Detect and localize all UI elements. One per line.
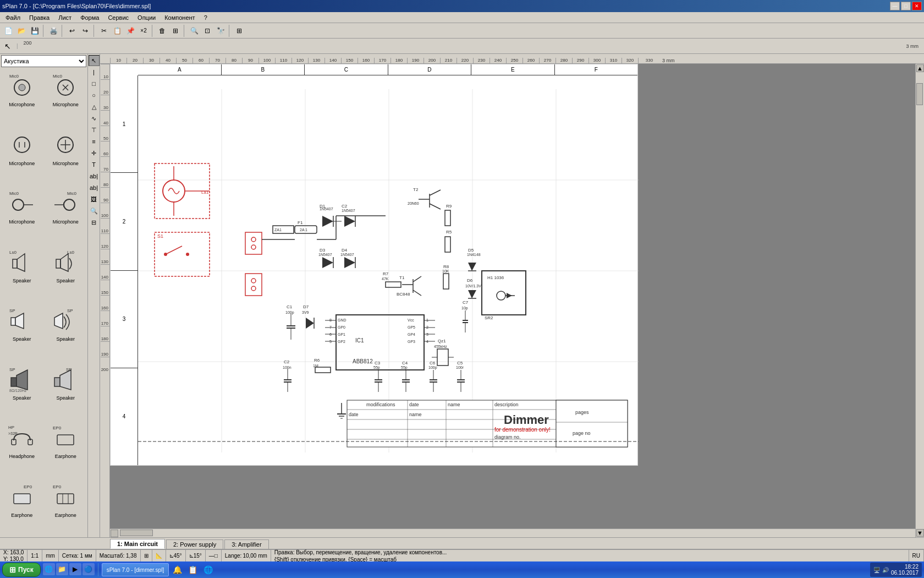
draw-measure[interactable]: ⊟ bbox=[89, 217, 100, 228]
delete-button[interactable]: 🗑 bbox=[156, 25, 168, 37]
component-mic6[interactable]: Mic0 Microphone bbox=[44, 186, 88, 244]
menu-edit[interactable]: Правка bbox=[25, 13, 54, 22]
component-earphone2[interactable]: EP0 Earphone bbox=[0, 479, 44, 538]
canvas-area[interactable]: 10 20 30 40 50 60 70 80 90 100 110 120 1… bbox=[100, 54, 924, 537]
menu-service[interactable]: Сервис bbox=[103, 13, 133, 22]
draw-cursor[interactable]: ↖ bbox=[89, 55, 100, 66]
draw-bus[interactable]: ≡ bbox=[89, 136, 100, 147]
component-spk5[interactable]: SP 8Ω/120Hz Speaker bbox=[0, 362, 44, 421]
explorer-icon[interactable]: 📁 bbox=[56, 563, 68, 575]
redo-button[interactable]: ↪ bbox=[79, 25, 91, 37]
draw-image[interactable]: 🖼 bbox=[89, 194, 100, 205]
undo-button[interactable]: ↩ bbox=[66, 25, 78, 37]
ruler-top: 10 20 30 40 50 60 70 80 90 100 110 120 1… bbox=[100, 54, 924, 64]
draw-bezier[interactable]: ∿ bbox=[89, 113, 100, 124]
scroll-left-btn[interactable] bbox=[111, 530, 118, 537]
status-bar: X: 163,0 Y: 130,0 1:1 mm Сетка: 1 мм Мас… bbox=[0, 549, 924, 561]
start-button[interactable]: ⊞ Пуск bbox=[2, 563, 41, 577]
category-dropdown[interactable]: Акустика Источники Резисторы bbox=[1, 55, 86, 67]
ie-icon[interactable]: 🌐 bbox=[43, 563, 55, 575]
select-button[interactable]: ⊞ bbox=[169, 25, 182, 37]
maximize-button[interactable]: □ bbox=[901, 2, 911, 10]
svg-rect-103 bbox=[443, 274, 449, 289]
menu-options[interactable]: Опции bbox=[133, 13, 160, 22]
player-icon[interactable]: ▶ bbox=[69, 563, 81, 575]
draw-rect[interactable]: □ bbox=[89, 78, 100, 89]
scale-label: 1:1 bbox=[31, 553, 38, 559]
component-mic3[interactable]: Microphone bbox=[0, 127, 44, 186]
splan-taskbar-app[interactable]: sPlan 7.0 - [dimmer.spl] bbox=[102, 563, 169, 576]
svg-rect-45 bbox=[14, 494, 30, 504]
draw-text2[interactable]: ab| bbox=[89, 171, 100, 182]
grid-button[interactable]: ⊞ bbox=[233, 25, 245, 37]
draw-zoom[interactable]: 🔍 bbox=[89, 205, 100, 216]
spk1-label: Speaker bbox=[13, 278, 31, 283]
svg-text:IC1: IC1 bbox=[355, 337, 364, 343]
print-button[interactable]: 🖨️ bbox=[47, 25, 59, 37]
scroll-down-btn[interactable]: ▼ bbox=[916, 529, 924, 537]
drawing-toolbar: ↖ | □ ○ △ ∿ ⊤ ≡ ✛ T ab| ab| 🖼 🔍 ⊟ bbox=[88, 54, 100, 537]
draw-textblock[interactable]: ab| bbox=[89, 182, 100, 193]
zoom-in-btn[interactable]: 🔍 bbox=[188, 25, 200, 37]
svg-marker-30 bbox=[54, 313, 63, 329]
cut-button[interactable]: ✂ bbox=[98, 25, 110, 37]
chrome-icon[interactable]: 🔵 bbox=[82, 563, 95, 575]
scroll-up-btn[interactable]: ▲ bbox=[916, 64, 924, 72]
minimize-button[interactable]: — bbox=[890, 2, 900, 10]
drawing-sheet: A B C D E F 1 2 3 4 bbox=[110, 64, 638, 466]
draw-text[interactable]: T bbox=[89, 159, 100, 170]
component-spk1[interactable]: Ls0 Speaker bbox=[0, 244, 44, 303]
tb-app2[interactable]: 🔔 bbox=[170, 563, 184, 576]
draw-polygon[interactable]: △ bbox=[89, 101, 100, 112]
cursor-tool[interactable]: ↖ bbox=[2, 41, 13, 52]
tb-app3[interactable]: 📋 bbox=[186, 563, 199, 576]
x2-button[interactable]: ×2 bbox=[138, 25, 150, 37]
vertical-scrollbar[interactable]: ▲ ▼ bbox=[915, 64, 924, 537]
component-mic1[interactable]: Mic0 Microphone bbox=[0, 68, 44, 127]
close-button[interactable]: ✕ bbox=[912, 2, 922, 10]
svg-text:name: name bbox=[448, 402, 460, 407]
svg-text:100p: 100p bbox=[285, 310, 294, 315]
tab-amplifier[interactable]: 3: Amplifier bbox=[224, 539, 268, 549]
menu-file[interactable]: Файл bbox=[1, 13, 25, 22]
menu-component[interactable]: Компонент bbox=[160, 13, 199, 22]
zoom-fit-btn[interactable]: ⊡ bbox=[201, 25, 213, 37]
svg-rect-178 bbox=[315, 367, 331, 373]
tab-power-supply[interactable]: 2: Power supply bbox=[166, 539, 223, 549]
draw-wire[interactable]: ⊤ bbox=[89, 124, 100, 135]
component-spk6[interactable]: SP Speaker bbox=[44, 362, 88, 421]
snap-section[interactable]: 📐 bbox=[152, 550, 166, 561]
scroll-hthumb[interactable] bbox=[120, 530, 153, 536]
paste-button[interactable]: 📌 bbox=[124, 25, 136, 37]
horizontal-scrollbar[interactable] bbox=[110, 528, 915, 537]
component-headphone[interactable]: HP >32R Headphone bbox=[0, 420, 44, 479]
component-spk2[interactable]: Ls0 Speaker bbox=[44, 244, 88, 303]
draw-cross[interactable]: ✛ bbox=[89, 148, 100, 159]
grid-icon-section[interactable]: ⊞ bbox=[141, 550, 152, 561]
menu-help[interactable]: ? bbox=[200, 13, 212, 22]
svg-marker-28 bbox=[15, 313, 24, 329]
component-spk3[interactable]: SP Speaker bbox=[0, 303, 44, 362]
svg-rect-240 bbox=[556, 400, 628, 447]
component-earphone1[interactable]: EP0 Earphone bbox=[44, 420, 88, 479]
zoom-out-btn[interactable]: 🔭 bbox=[215, 25, 227, 37]
tb-app4[interactable]: 🌐 bbox=[201, 563, 215, 576]
component-earphone3[interactable]: EP0 Earphone bbox=[44, 479, 88, 538]
new-button[interactable]: 📄 bbox=[2, 25, 14, 37]
save-button[interactable]: 💾 bbox=[29, 25, 41, 37]
menu-form[interactable]: Форма bbox=[76, 13, 103, 22]
component-spk4[interactable]: SP Speaker bbox=[44, 303, 88, 362]
main-area: Акустика Источники Резисторы Mic0 Microp… bbox=[0, 54, 924, 537]
tab-main-circuit[interactable]: 1: Main circuit bbox=[110, 539, 165, 549]
copy-button[interactable]: 📋 bbox=[111, 25, 123, 37]
component-mic2[interactable]: Mic0 Microphone bbox=[44, 68, 88, 127]
component-mic4[interactable]: Microphone bbox=[44, 127, 88, 186]
open-button[interactable]: 📂 bbox=[15, 25, 28, 37]
draw-line[interactable]: | bbox=[89, 67, 100, 78]
grid-rows: 1 2 3 4 bbox=[111, 75, 138, 465]
component-mic5[interactable]: Mic0 Microphone bbox=[0, 186, 44, 244]
svg-rect-43 bbox=[57, 435, 74, 445]
scroll-thumb[interactable] bbox=[916, 83, 923, 105]
draw-ellipse[interactable]: ○ bbox=[89, 90, 100, 101]
menu-sheet[interactable]: Лист bbox=[54, 13, 76, 22]
